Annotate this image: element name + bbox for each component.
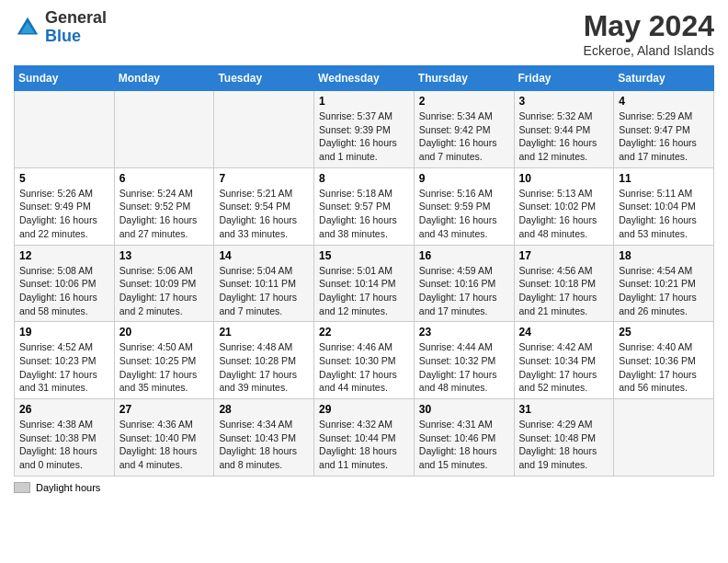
day-info: Sunrise: 4:34 AM Sunset: 10:43 PM Daylig… [219,418,309,472]
day-info: Sunrise: 4:36 AM Sunset: 10:40 PM Daylig… [119,418,210,472]
title-location: Eckeroe, Aland Islands [584,43,714,58]
day-cell: 16Sunrise: 4:59 AM Sunset: 10:16 PM Dayl… [414,245,514,322]
day-number: 29 [319,403,409,416]
day-cell: 31Sunrise: 4:29 AM Sunset: 10:48 PM Dayl… [514,399,614,477]
day-number: 28 [219,403,309,416]
day-number: 4 [619,95,709,108]
title-block: May 2024 Eckeroe, Aland Islands [584,9,714,58]
day-cell: 29Sunrise: 4:32 AM Sunset: 10:44 PM Dayl… [314,399,415,477]
header-monday: Monday [114,66,214,91]
day-cell: 14Sunrise: 5:04 AM Sunset: 10:11 PM Dayl… [214,245,314,322]
day-cell: 30Sunrise: 4:31 AM Sunset: 10:46 PM Dayl… [414,399,514,477]
day-number: 2 [419,95,509,108]
day-number: 7 [219,172,309,185]
day-info: Sunrise: 5:11 AM Sunset: 10:04 PM Daylig… [619,187,709,241]
day-info: Sunrise: 4:54 AM Sunset: 10:21 PM Daylig… [619,264,709,318]
day-info: Sunrise: 5:01 AM Sunset: 10:14 PM Daylig… [319,264,409,318]
day-info: Sunrise: 4:50 AM Sunset: 10:25 PM Daylig… [119,340,210,395]
day-info: Sunrise: 5:26 AM Sunset: 9:49 PM Dayligh… [19,187,109,241]
week-row-4: 19Sunrise: 4:52 AM Sunset: 10:23 PM Dayl… [15,322,714,399]
day-cell: 21Sunrise: 4:48 AM Sunset: 10:28 PM Dayl… [214,322,314,399]
day-number: 15 [319,249,409,262]
day-cell: 3Sunrise: 5:32 AM Sunset: 9:44 PM Daylig… [514,91,614,168]
legend-label: Daylight hours [36,482,100,493]
day-number: 8 [319,172,409,185]
week-row-3: 12Sunrise: 5:08 AM Sunset: 10:06 PM Dayl… [15,245,714,322]
logo: General Blue [14,9,107,46]
day-info: Sunrise: 4:29 AM Sunset: 10:48 PM Daylig… [519,418,609,472]
day-info: Sunrise: 4:38 AM Sunset: 10:38 PM Daylig… [19,418,109,472]
day-cell: 12Sunrise: 5:08 AM Sunset: 10:06 PM Dayl… [15,245,115,322]
day-number: 16 [419,249,509,262]
day-number: 18 [619,249,709,262]
calendar-header: SundayMondayTuesdayWednesdayThursdayFrid… [15,66,714,91]
day-cell: 28Sunrise: 4:34 AM Sunset: 10:43 PM Dayl… [214,399,314,477]
day-cell: 26Sunrise: 4:38 AM Sunset: 10:38 PM Dayl… [15,399,115,477]
footer: Daylight hours [14,482,714,493]
day-number: 20 [119,326,210,339]
calendar-body: 1Sunrise: 5:37 AM Sunset: 9:39 PM Daylig… [15,91,714,477]
day-cell: 17Sunrise: 4:56 AM Sunset: 10:18 PM Dayl… [514,245,614,322]
day-cell: 9Sunrise: 5:16 AM Sunset: 9:59 PM Daylig… [414,167,514,245]
day-info: Sunrise: 5:08 AM Sunset: 10:06 PM Daylig… [19,264,109,318]
day-number: 23 [419,326,509,339]
day-cell: 22Sunrise: 4:46 AM Sunset: 10:30 PM Dayl… [314,322,415,399]
day-number: 13 [119,249,210,262]
day-number: 25 [619,326,709,339]
logo-general-text: General [45,9,107,28]
day-info: Sunrise: 5:06 AM Sunset: 10:09 PM Daylig… [119,264,210,318]
day-number: 10 [519,172,609,185]
day-cell: 27Sunrise: 4:36 AM Sunset: 10:40 PM Dayl… [114,399,214,477]
week-row-1: 1Sunrise: 5:37 AM Sunset: 9:39 PM Daylig… [15,91,714,168]
logo-icon [14,14,41,41]
day-info: Sunrise: 4:31 AM Sunset: 10:46 PM Daylig… [419,418,509,472]
day-cell [214,91,314,168]
day-number: 11 [619,172,709,185]
day-info: Sunrise: 5:37 AM Sunset: 9:39 PM Dayligh… [319,109,409,164]
title-month: May 2024 [584,9,714,43]
day-number: 24 [519,326,609,339]
day-cell [614,399,714,477]
day-number: 1 [319,95,409,108]
day-number: 17 [519,249,609,262]
day-number: 5 [19,172,109,185]
day-info: Sunrise: 5:18 AM Sunset: 9:57 PM Dayligh… [319,187,409,241]
day-info: Sunrise: 5:32 AM Sunset: 9:44 PM Dayligh… [519,109,609,164]
day-cell: 11Sunrise: 5:11 AM Sunset: 10:04 PM Dayl… [614,167,714,245]
day-cell: 8Sunrise: 5:18 AM Sunset: 9:57 PM Daylig… [314,167,415,245]
day-info: Sunrise: 4:40 AM Sunset: 10:36 PM Daylig… [619,340,709,395]
day-cell: 7Sunrise: 5:21 AM Sunset: 9:54 PM Daylig… [214,167,314,245]
day-info: Sunrise: 4:42 AM Sunset: 10:34 PM Daylig… [519,340,609,395]
day-cell: 1Sunrise: 5:37 AM Sunset: 9:39 PM Daylig… [314,91,415,168]
legend-box [14,482,30,493]
day-cell: 18Sunrise: 4:54 AM Sunset: 10:21 PM Dayl… [614,245,714,322]
day-info: Sunrise: 4:46 AM Sunset: 10:30 PM Daylig… [319,340,409,395]
day-cell: 25Sunrise: 4:40 AM Sunset: 10:36 PM Dayl… [614,322,714,399]
day-number: 3 [519,95,609,108]
day-cell: 5Sunrise: 5:26 AM Sunset: 9:49 PM Daylig… [15,167,115,245]
day-info: Sunrise: 4:44 AM Sunset: 10:32 PM Daylig… [419,340,509,395]
header: General Blue May 2024 Eckeroe, Aland Isl… [14,9,714,58]
day-number: 19 [19,326,109,339]
day-cell: 13Sunrise: 5:06 AM Sunset: 10:09 PM Dayl… [114,245,214,322]
day-cell: 23Sunrise: 4:44 AM Sunset: 10:32 PM Dayl… [414,322,514,399]
header-row: SundayMondayTuesdayWednesdayThursdayFrid… [15,66,714,91]
day-number: 26 [19,403,109,416]
day-info: Sunrise: 4:56 AM Sunset: 10:18 PM Daylig… [519,264,609,318]
header-wednesday: Wednesday [314,66,415,91]
header-sunday: Sunday [15,66,115,91]
day-info: Sunrise: 5:24 AM Sunset: 9:52 PM Dayligh… [119,187,210,241]
day-number: 31 [519,403,609,416]
day-info: Sunrise: 5:21 AM Sunset: 9:54 PM Dayligh… [219,187,309,241]
day-number: 6 [119,172,210,185]
day-cell: 6Sunrise: 5:24 AM Sunset: 9:52 PM Daylig… [114,167,214,245]
day-info: Sunrise: 5:34 AM Sunset: 9:42 PM Dayligh… [419,109,509,164]
day-cell: 19Sunrise: 4:52 AM Sunset: 10:23 PM Dayl… [15,322,115,399]
day-cell: 15Sunrise: 5:01 AM Sunset: 10:14 PM Dayl… [314,245,415,322]
header-thursday: Thursday [414,66,514,91]
day-number: 9 [419,172,509,185]
day-info: Sunrise: 5:16 AM Sunset: 9:59 PM Dayligh… [419,187,509,241]
calendar-table: SundayMondayTuesdayWednesdayThursdayFrid… [14,65,714,477]
day-number: 30 [419,403,509,416]
day-info: Sunrise: 4:52 AM Sunset: 10:23 PM Daylig… [19,340,109,395]
